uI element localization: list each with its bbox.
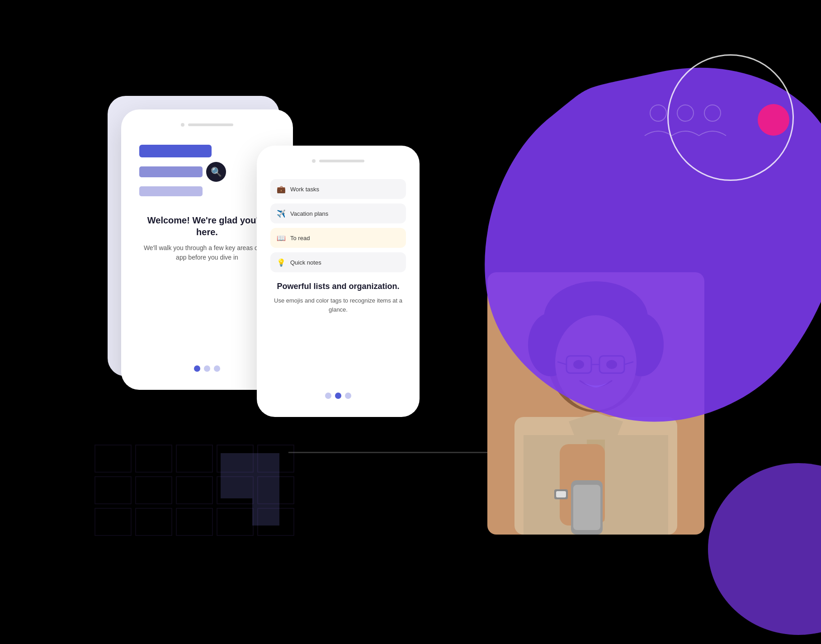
svg-rect-14 — [95, 508, 131, 535]
search-bar-row: 🔍 — [139, 162, 226, 182]
onboarding-dots-right — [325, 379, 351, 399]
welcome-subtitle: We'll walk you through a few key areas o… — [139, 243, 275, 262]
feature-subtitle: Use emojis and color tags to recognize i… — [270, 296, 406, 314]
work-tasks-label: Work tasks — [290, 186, 319, 193]
feature-text-block: Powerful lists and organization. Use emo… — [270, 281, 406, 314]
dot-1-active — [194, 365, 200, 372]
search-illustration: 🔍 — [139, 145, 275, 196]
dot-right-3-inactive — [345, 393, 351, 399]
work-tasks-emoji: 💼 — [277, 185, 286, 194]
svg-rect-37 — [573, 485, 600, 530]
people-icons-decoration — [640, 99, 731, 145]
svg-rect-9 — [95, 477, 131, 504]
svg-rect-13 — [258, 477, 294, 504]
phone-top-bar-left — [139, 123, 275, 127]
list-item-vacation-plans: ✈️ Vacation plans — [270, 204, 406, 223]
notes-list: 💼 Work tasks ✈️ Vacation plans 📖 To read… — [270, 179, 406, 272]
vacation-plans-emoji: ✈️ — [277, 209, 286, 218]
svg-rect-39 — [556, 491, 566, 497]
search-icon: 🔍 — [206, 162, 226, 182]
list-item-to-read: 📖 To read — [270, 228, 406, 248]
svg-point-0 — [708, 463, 821, 635]
svg-rect-6 — [176, 445, 212, 472]
svg-rect-5 — [136, 445, 172, 472]
to-read-emoji: 📖 — [277, 234, 286, 242]
phone-top-bar-right — [270, 159, 406, 163]
feature-title: Powerful lists and organization. — [270, 281, 406, 292]
purple-blob-secondary — [708, 463, 821, 635]
phone-card-right: 💼 Work tasks ✈️ Vacation plans 📖 To read… — [257, 146, 420, 417]
search-bar-light — [139, 166, 203, 177]
welcome-title: Welcome! We're glad you're here. — [139, 214, 275, 238]
svg-rect-15 — [136, 508, 172, 535]
phone-title-bar — [188, 123, 233, 126]
search-bar-lighter — [139, 186, 203, 196]
dot-2-inactive — [204, 365, 210, 372]
dot-right-2-active — [335, 393, 341, 399]
svg-rect-16 — [176, 508, 212, 535]
svg-rect-17 — [217, 508, 253, 535]
grid-decoration — [90, 440, 407, 644]
svg-point-3 — [704, 105, 721, 121]
svg-point-2 — [677, 105, 694, 121]
main-scene: 🔍 Welcome! We're glad you're here. We'll… — [0, 0, 821, 644]
list-item-work-tasks: 💼 Work tasks — [270, 179, 406, 199]
onboarding-dots-left — [194, 352, 220, 372]
dot-right-1-inactive — [325, 393, 331, 399]
welcome-text-block: Welcome! We're glad you're here. We'll w… — [139, 214, 275, 262]
phone-title-bar-right — [319, 160, 364, 162]
svg-rect-4 — [95, 445, 131, 472]
svg-rect-7 — [217, 445, 253, 472]
search-bar-blue — [139, 145, 212, 157]
quick-notes-label: Quick notes — [290, 259, 321, 266]
to-read-label: To read — [290, 235, 310, 242]
svg-point-1 — [650, 105, 666, 121]
phone-sensor-dot-right — [312, 159, 316, 163]
vacation-plans-label: Vacation plans — [290, 210, 328, 217]
phone-sensor-dot — [181, 123, 184, 127]
list-item-quick-notes: 💡 Quick notes — [270, 252, 406, 272]
svg-rect-12 — [217, 477, 253, 504]
quick-notes-emoji: 💡 — [277, 258, 286, 267]
dot-3-inactive — [214, 365, 220, 372]
svg-rect-11 — [176, 477, 212, 504]
svg-rect-8 — [258, 445, 294, 472]
pink-circle-decoration — [758, 104, 789, 136]
svg-rect-18 — [258, 508, 294, 535]
svg-rect-10 — [136, 477, 172, 504]
